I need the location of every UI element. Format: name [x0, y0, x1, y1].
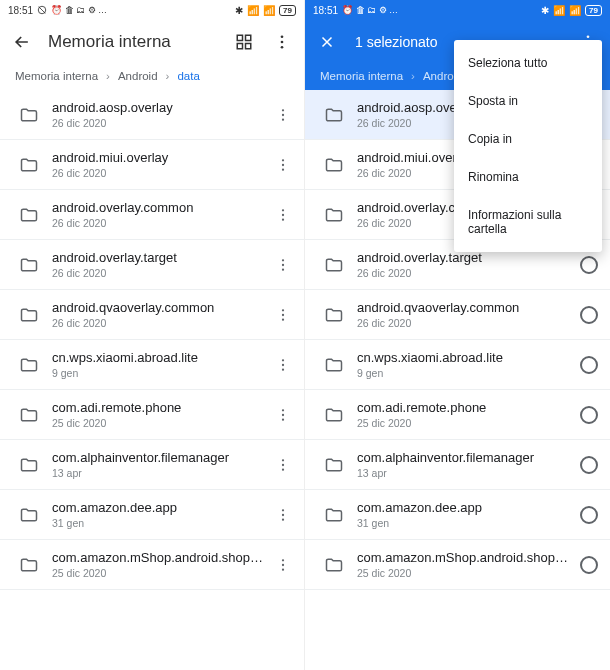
context-menu: Seleziona tutto Sposta in Copia in Rinom…: [454, 40, 602, 252]
folder-date: 26 dic 2020: [52, 317, 268, 329]
folder-date: 26 dic 2020: [357, 267, 574, 279]
folder-icon: [317, 505, 351, 525]
crumb-android[interactable]: Android: [118, 70, 158, 82]
folder-row[interactable]: cn.wps.xiaomi.abroad.lite9 gen: [0, 340, 304, 390]
status-icons-left: [37, 5, 47, 15]
row-overflow-button[interactable]: [268, 257, 298, 273]
overflow-menu-button[interactable]: [270, 30, 294, 54]
folder-date: 26 dic 2020: [357, 317, 574, 329]
chevron-right-icon: ›: [411, 70, 415, 82]
row-overflow-button[interactable]: [268, 457, 298, 473]
folder-row[interactable]: android.miui.overlay26 dic 2020: [0, 140, 304, 190]
svg-point-22: [282, 318, 284, 320]
crumb-root[interactable]: Memoria interna: [320, 70, 403, 82]
row-overflow-button[interactable]: [268, 557, 298, 573]
menu-folder-info[interactable]: Informazioni sulla cartella: [454, 196, 602, 248]
grid-view-button[interactable]: [232, 30, 256, 54]
folder-date: 25 dic 2020: [52, 417, 268, 429]
folder-date: 26 dic 2020: [52, 217, 268, 229]
status-bar: 18:51 ⏰ 🗑 🗂 ⚙ … ✱ 📶 📶 79: [0, 0, 304, 20]
svg-point-35: [282, 559, 284, 561]
folder-list: android.aosp.overlay26 dic 2020android.m…: [0, 90, 304, 590]
folder-icon: [317, 355, 351, 375]
panel-normal: 18:51 ⏰ 🗑 🗂 ⚙ … ✱ 📶 📶 79 Memoria interna…: [0, 0, 305, 670]
row-overflow-button[interactable]: [268, 507, 298, 523]
back-button[interactable]: [10, 30, 34, 54]
svg-point-33: [282, 513, 284, 515]
row-overflow-button[interactable]: [268, 207, 298, 223]
svg-point-19: [282, 268, 284, 270]
svg-rect-1: [237, 35, 242, 40]
svg-rect-2: [246, 35, 251, 40]
svg-point-24: [282, 363, 284, 365]
folder-date: 31 gen: [52, 517, 268, 529]
svg-point-36: [282, 563, 284, 565]
svg-point-18: [282, 263, 284, 265]
svg-point-5: [281, 35, 284, 38]
crumb-root[interactable]: Memoria interna: [15, 70, 98, 82]
folder-row[interactable]: com.alphainventor.filemanager13 apr: [0, 440, 304, 490]
battery-indicator: 79: [585, 5, 602, 16]
row-select-radio[interactable]: [574, 556, 604, 574]
folder-row[interactable]: com.adi.remote.phone25 dic 2020: [305, 390, 610, 440]
crumb-current: data: [177, 70, 199, 82]
folder-date: 25 dic 2020: [357, 417, 574, 429]
svg-point-32: [282, 509, 284, 511]
folder-name: android.overlay.common: [52, 200, 268, 215]
row-select-radio[interactable]: [574, 306, 604, 324]
folder-row[interactable]: com.adi.remote.phone25 dic 2020: [0, 390, 304, 440]
folder-date: 26 dic 2020: [52, 167, 268, 179]
folder-name: android.overlay.target: [52, 250, 268, 265]
svg-point-11: [282, 159, 284, 161]
svg-point-17: [282, 259, 284, 261]
svg-point-13: [282, 168, 284, 170]
folder-name: cn.wps.xiaomi.abroad.lite: [52, 350, 268, 365]
folder-row[interactable]: com.alphainventor.filemanager13 apr: [305, 440, 610, 490]
folder-row[interactable]: com.amazon.dee.app31 gen: [305, 490, 610, 540]
folder-row[interactable]: android.overlay.target26 dic 2020: [0, 240, 304, 290]
row-overflow-button[interactable]: [268, 357, 298, 373]
folder-icon: [317, 155, 351, 175]
svg-rect-3: [237, 44, 242, 49]
folder-row[interactable]: android.qvaoverlay.common26 dic 2020: [0, 290, 304, 340]
menu-select-all[interactable]: Seleziona tutto: [454, 44, 602, 82]
row-overflow-button[interactable]: [268, 307, 298, 323]
close-selection-button[interactable]: [315, 30, 339, 54]
row-select-radio[interactable]: [574, 406, 604, 424]
menu-move-to[interactable]: Sposta in: [454, 82, 602, 120]
folder-row[interactable]: android.overlay.common26 dic 2020: [0, 190, 304, 240]
breadcrumb: Memoria interna › Android › data: [0, 64, 304, 90]
svg-point-30: [282, 463, 284, 465]
folder-date: 13 apr: [52, 467, 268, 479]
svg-point-34: [282, 518, 284, 520]
menu-rename[interactable]: Rinomina: [454, 158, 602, 196]
folder-icon: [317, 255, 351, 275]
folder-name: com.amazon.dee.app: [52, 500, 268, 515]
row-overflow-button[interactable]: [268, 107, 298, 123]
folder-icon: [317, 405, 351, 425]
row-select-radio[interactable]: [574, 256, 604, 274]
folder-row[interactable]: cn.wps.xiaomi.abroad.lite9 gen: [305, 340, 610, 390]
folder-date: 9 gen: [357, 367, 574, 379]
folder-row[interactable]: android.qvaoverlay.common26 dic 2020: [305, 290, 610, 340]
folder-icon: [317, 455, 351, 475]
svg-point-27: [282, 413, 284, 415]
folder-row[interactable]: android.aosp.overlay26 dic 2020: [0, 90, 304, 140]
folder-icon: [12, 155, 46, 175]
folder-name: android.qvaoverlay.common: [357, 300, 574, 315]
row-overflow-button[interactable]: [268, 157, 298, 173]
folder-row[interactable]: com.amazon.mShop.android.shopping25 dic …: [305, 540, 610, 590]
folder-icon: [317, 105, 351, 125]
row-overflow-button[interactable]: [268, 407, 298, 423]
folder-icon: [12, 255, 46, 275]
folder-row[interactable]: com.amazon.mShop.android.shopping25 dic …: [0, 540, 304, 590]
row-select-radio[interactable]: [574, 356, 604, 374]
folder-name: com.alphainventor.filemanager: [52, 450, 268, 465]
row-select-radio[interactable]: [574, 506, 604, 524]
folder-icon: [12, 105, 46, 125]
menu-copy-to[interactable]: Copia in: [454, 120, 602, 158]
folder-icon: [12, 205, 46, 225]
folder-row[interactable]: com.amazon.dee.app31 gen: [0, 490, 304, 540]
row-select-radio[interactable]: [574, 456, 604, 474]
appbar: Memoria interna: [0, 20, 304, 64]
